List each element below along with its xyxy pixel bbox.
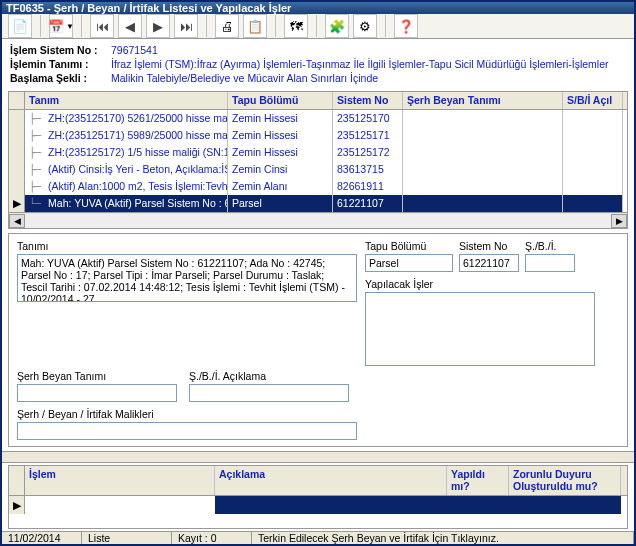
table-row[interactable]: ├─ ZH:(235125171) 5989/25000 hisse malıZ… <box>9 127 627 144</box>
help-button[interactable]: ❓ <box>394 14 418 38</box>
misc-button[interactable]: ⚙ <box>353 14 377 38</box>
det-sistem: 61221107 <box>459 254 519 272</box>
cell-sbi[interactable] <box>563 110 623 127</box>
cell-tapu[interactable]: Zemin Hissesi <box>228 110 333 127</box>
splitter[interactable] <box>2 451 634 463</box>
nav-last-button[interactable]: ⏭ <box>174 14 198 38</box>
separator <box>385 15 386 37</box>
grid2-row[interactable]: ▶ <box>9 496 627 514</box>
row-marker <box>9 161 25 178</box>
calendar-icon: 📅 <box>48 19 64 34</box>
cell-sbi[interactable] <box>563 144 623 161</box>
cell-serh[interactable] <box>403 110 563 127</box>
cell-sbi[interactable] <box>563 178 623 195</box>
row-marker <box>9 110 25 127</box>
cell-sbi[interactable] <box>563 161 623 178</box>
grid-header: Tanım Tapu Bölümü Sistem No Şerh Beyan T… <box>9 92 627 110</box>
cell-tapu[interactable]: Zemin Cinsi <box>228 161 333 178</box>
row-gutter-header <box>9 92 25 109</box>
actions-grid[interactable]: İşlem Açıklama Yapıldı mı? Zorunlu Duyur… <box>8 465 628 529</box>
row-marker-icon: ▶ <box>9 496 25 514</box>
cell-tapu[interactable]: Zemin Alanı <box>228 178 333 195</box>
h-scrollbar[interactable]: ◀ ▶ <box>9 212 627 228</box>
row-marker <box>9 178 25 195</box>
table-row[interactable]: ├─ ZH:(235125170) 5261/25000 hisse malıZ… <box>9 110 627 127</box>
col-tapu[interactable]: Tapu Bölümü <box>228 92 333 109</box>
title-bar[interactable]: TF0635 - Şerh / Beyan / İrtifak Listesi … <box>2 2 634 14</box>
main-grid[interactable]: Tanım Tapu Bölümü Sistem No Şerh Beyan T… <box>8 91 628 229</box>
tree-button[interactable]: 🧩 <box>325 14 349 38</box>
cell-yap[interactable] <box>447 496 509 514</box>
col-sbi[interactable]: S/B/İ Açıl <box>563 92 623 109</box>
separator <box>81 15 82 37</box>
sbi-acik-input[interactable] <box>189 384 349 402</box>
serh-beyan-input[interactable] <box>17 384 177 402</box>
cell-tapu[interactable]: Zemin Hissesi <box>228 127 333 144</box>
cell-tanim[interactable]: ├─ ZH:(235125170) 5261/25000 hisse malı <box>25 110 228 127</box>
cell-tanim[interactable]: └─ Mah: YUVA (Aktif) Parsel Sistem No : … <box>25 195 228 212</box>
col-sistem[interactable]: Sistem No <box>333 92 403 109</box>
app-window: TF0635 - Şerh / Beyan / İrtifak Listesi … <box>0 0 636 546</box>
tanimi-readonly: Mah: YUVA (Aktif) Parsel Sistem No : 612… <box>17 254 357 302</box>
nav-prev-button[interactable]: ◀ <box>118 14 142 38</box>
det-sbi <box>525 254 575 272</box>
cell-acik[interactable] <box>215 496 447 514</box>
cell-serh[interactable] <box>403 195 563 212</box>
label-tanimi: Tanımı <box>17 240 357 252</box>
status-kayit: Kayıt : 0 <box>172 532 252 544</box>
col-tanim[interactable]: Tanım <box>25 92 228 109</box>
col2-acik[interactable]: Açıklama <box>215 466 447 495</box>
cell-tapu[interactable]: Zemin Hissesi <box>228 144 333 161</box>
cell-sistem[interactable]: 235125170 <box>333 110 403 127</box>
cell-sistem[interactable]: 235125172 <box>333 144 403 161</box>
row-gutter2 <box>9 466 25 495</box>
label-malik: Şerh / Beyan / İrtifak Malikleri <box>17 408 619 420</box>
cell-tanim[interactable]: ├─ (Aktif) Cinsi:İş Yeri - Beton, Açıkla… <box>25 161 228 178</box>
map-button[interactable]: 🗺 <box>284 14 308 38</box>
col2-zor[interactable]: Zorunlu Duyuru Oluşturuldu mu? <box>509 466 621 495</box>
separator <box>40 15 41 37</box>
scroll-track[interactable] <box>25 214 611 228</box>
cell-sistem[interactable]: 82661911 <box>333 178 403 195</box>
cell-tapu[interactable]: Parsel <box>228 195 333 212</box>
label-tanim: İşlemin Tanımı : <box>10 57 105 71</box>
cell-serh[interactable] <box>403 127 563 144</box>
list-button[interactable]: 📋 <box>243 14 267 38</box>
cell-serh[interactable] <box>403 178 563 195</box>
label-baslama: Başlama Şekli : <box>10 71 105 85</box>
col2-islem[interactable]: İşlem <box>25 466 215 495</box>
cell-sbi[interactable] <box>563 127 623 144</box>
det-tapu: Parsel <box>365 254 453 272</box>
calendar-button[interactable]: 📅▼ <box>49 14 73 38</box>
grid2-empty <box>9 514 627 528</box>
table-row[interactable]: ├─ (Aktif) Alan:1000 m2, Tesis İşlemi:Te… <box>9 178 627 195</box>
malik-input[interactable] <box>17 422 357 440</box>
cell-tanim[interactable]: ├─ ZH:(235125171) 5989/25000 hisse malı <box>25 127 228 144</box>
logo-button[interactable]: 📄 <box>8 14 32 38</box>
status-hint: Terkin Edilecek Şerh Beyan ve İrtifak İç… <box>252 532 634 544</box>
nav-first-button[interactable]: ⏮ <box>90 14 114 38</box>
cell-sistem[interactable]: 235125171 <box>333 127 403 144</box>
cell-sistem[interactable]: 83613715 <box>333 161 403 178</box>
table-row[interactable]: ├─ (Aktif) Cinsi:İş Yeri - Beton, Açıkla… <box>9 161 627 178</box>
label-det-tapu: Tapu Bölümü <box>365 240 453 252</box>
cell-islem[interactable] <box>25 496 215 514</box>
print-button[interactable]: 🖨 <box>215 14 239 38</box>
cell-tanim[interactable]: ├─ ZH:(235125172) 1/5 hisse maliği (SN:1… <box>25 144 228 161</box>
info-panel: İşlem Sistem No :79671541 İşlemin Tanımı… <box>2 39 634 89</box>
cell-serh[interactable] <box>403 161 563 178</box>
table-row[interactable]: ▶└─ Mah: YUVA (Aktif) Parsel Sistem No :… <box>9 195 627 212</box>
cell-sistem[interactable]: 61221107 <box>333 195 403 212</box>
nav-next-button[interactable]: ▶ <box>146 14 170 38</box>
cell-serh[interactable] <box>403 144 563 161</box>
table-row[interactable]: ├─ ZH:(235125172) 1/5 hisse maliği (SN:1… <box>9 144 627 161</box>
col2-yap[interactable]: Yapıldı mı? <box>447 466 509 495</box>
cell-tanim[interactable]: ├─ (Aktif) Alan:1000 m2, Tesis İşlemi:Te… <box>25 178 228 195</box>
scroll-left-icon[interactable]: ◀ <box>9 214 25 228</box>
status-date: 11/02/2014 <box>2 532 82 544</box>
cell-sbi[interactable] <box>563 195 623 212</box>
detail-pane: Tanımı Mah: YUVA (Aktif) Parsel Sistem N… <box>8 233 628 447</box>
cell-zor[interactable] <box>509 496 621 514</box>
scroll-right-icon[interactable]: ▶ <box>611 214 627 228</box>
col-serh[interactable]: Şerh Beyan Tanımı <box>403 92 563 109</box>
